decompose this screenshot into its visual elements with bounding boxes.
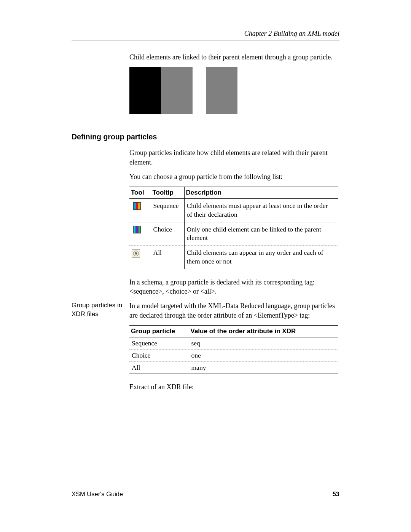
cell-tooltip: Choice [151,222,184,246]
figure-row [129,67,339,114]
table-row: All many [129,361,338,374]
paragraph-4: In a model targeted with the XML-Data Re… [129,301,339,320]
all-tool-icon [132,249,140,258]
table-row: All Child elements can appear in any ord… [129,246,338,269]
figure-2 [206,67,237,114]
table-row: Sequence seq [129,337,338,349]
cell-value: seq [189,337,338,349]
cell-description: Child elements can appear in any order a… [184,246,338,269]
xdr-order-table: Group particle Value of the order attrib… [129,325,338,374]
paragraph-2: You can choose a group particle from the… [129,172,339,181]
chapter-header: Chapter 2 Building an XML model [72,30,339,40]
cell-particle: All [129,361,189,374]
cell-particle: Sequence [129,337,189,349]
th-group-particle: Group particle [129,325,189,337]
cell-value: one [189,349,338,361]
cell-value: many [189,361,338,374]
paragraph-3: In a schema, a group particle is declare… [129,278,339,296]
sequence-tool-icon [133,202,141,210]
th-tooltip: Tooltip [151,187,184,199]
cell-tooltip: All [151,246,184,269]
footer-guide: XSM User's Guide [72,490,123,498]
th-xdr-value: Value of the order attribute in XDR [189,325,338,337]
choice-tool-icon [133,226,141,233]
paragraph-1: Group particles indicate how child eleme… [129,148,339,167]
section-heading: Defining group particles [72,133,339,141]
paragraph-5: Extract of an XDR file: [129,382,339,391]
th-tool: Tool [129,187,151,199]
group-particle-tool-table: Tool Tooltip Description Sequence Child … [129,187,338,269]
cell-description: Only one child element can be linked to … [184,222,338,246]
table-row: Sequence Child elements must appear at l… [129,199,338,222]
table-row: Choice Only one child element can be lin… [129,222,338,246]
cell-tooltip: Sequence [151,199,184,222]
cell-description: Child elements must appear at least once… [184,199,338,222]
figure-1 [129,67,193,114]
intro-paragraph: Child elements are linked to their paren… [129,53,339,62]
margin-note: Group particles in XDR files [72,301,125,318]
th-description: Description [184,187,338,199]
page-footer: XSM User's Guide 53 [72,490,339,498]
cell-particle: Choice [129,349,189,361]
table-row: Choice one [129,349,338,361]
footer-page-number: 53 [333,490,339,498]
